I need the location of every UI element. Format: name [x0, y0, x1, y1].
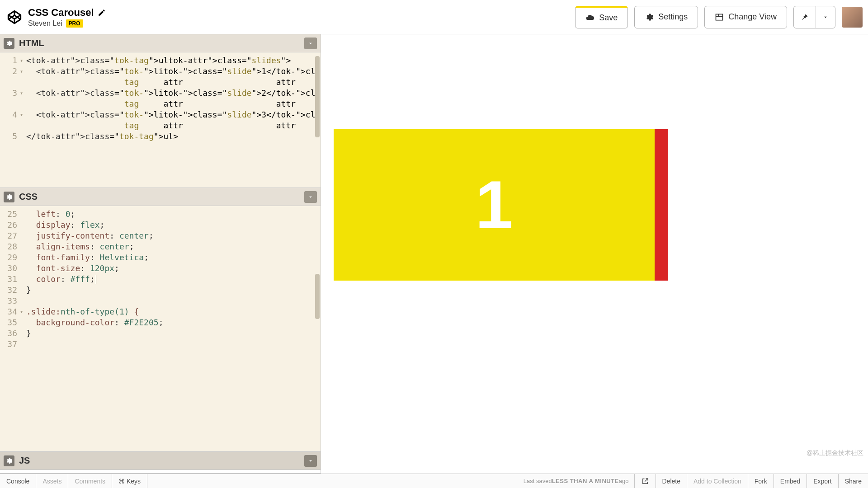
- chevron-down-icon: [307, 194, 314, 200]
- svg-rect-3: [716, 14, 723, 20]
- html-panel-header: HTML: [0, 34, 321, 52]
- save-status: Last saved LESS THAN A MINUTE ago: [147, 474, 634, 488]
- change-view-label: Change View: [728, 12, 777, 22]
- watermark: @稀土掘金技术社区: [807, 449, 863, 457]
- html-collapse-button[interactable]: [304, 38, 317, 49]
- console-tab[interactable]: Console: [0, 474, 36, 488]
- embed-button[interactable]: Embed: [774, 474, 807, 488]
- js-panel: JS: [0, 452, 321, 474]
- open-new-button[interactable]: [634, 474, 656, 488]
- pin-dropdown[interactable]: [816, 6, 835, 28]
- save-button[interactable]: Save: [575, 6, 628, 28]
- footer-bar: Console Assets Comments ⌘ Keys Last save…: [0, 474, 868, 488]
- html-panel-title: HTML: [19, 38, 44, 48]
- css-settings-button[interactable]: [4, 192, 14, 202]
- delete-button[interactable]: Delete: [656, 474, 687, 488]
- css-collapse-button[interactable]: [304, 191, 317, 203]
- chevron-down-icon: [822, 14, 829, 20]
- main-split: HTML 1▾<tok-attr">class="tok-tag">ul tok…: [0, 34, 868, 474]
- chevron-down-icon: [307, 40, 314, 47]
- settings-label: Settings: [658, 12, 688, 22]
- layout-icon: [715, 13, 724, 22]
- css-panel-header: CSS: [0, 188, 321, 206]
- pin-icon: [800, 13, 809, 22]
- js-collapse-button[interactable]: [304, 455, 317, 467]
- html-settings-button[interactable]: [4, 38, 14, 49]
- css-panel: CSS 25 left: 0;26 display: flex;27 justi…: [0, 188, 321, 452]
- keys-tab[interactable]: ⌘ Keys: [112, 474, 147, 488]
- pro-badge: PRO: [66, 19, 83, 28]
- html-panel: HTML 1▾<tok-attr">class="tok-tag">ul tok…: [0, 34, 321, 188]
- assets-tab[interactable]: Assets: [36, 474, 68, 488]
- css-code-editor[interactable]: 25 left: 0;26 display: flex;27 justify-c…: [0, 206, 321, 451]
- author-name[interactable]: Steven Lei: [28, 19, 62, 28]
- pen-title[interactable]: CSS Carousel: [28, 7, 94, 19]
- share-button[interactable]: Share: [838, 474, 868, 488]
- cloud-icon: [585, 13, 594, 22]
- user-avatar[interactable]: [842, 7, 863, 28]
- js-panel-title: JS: [19, 455, 30, 466]
- edit-icon[interactable]: [98, 9, 106, 17]
- scrollbar-thumb[interactable]: [315, 56, 320, 137]
- html-code-editor[interactable]: 1▾<tok-attr">class="tok-tag">ul tok-attr…: [0, 52, 321, 188]
- css-panel-title: CSS: [19, 192, 38, 202]
- preview-pane: 1 @稀土掘金技术社区: [321, 34, 868, 474]
- settings-button[interactable]: Settings: [634, 6, 698, 28]
- pin-button-group: [793, 6, 835, 28]
- comments-tab[interactable]: Comments: [68, 474, 112, 488]
- gear-icon: [5, 193, 13, 201]
- js-settings-button[interactable]: [4, 455, 14, 466]
- preview-slide-2-peek: [655, 129, 668, 281]
- scrollbar-thumb[interactable]: [315, 274, 320, 319]
- export-button[interactable]: Export: [807, 474, 838, 488]
- preview-slide-1: 1: [334, 129, 655, 281]
- chevron-down-icon: [307, 458, 314, 464]
- app-header: CSS Carousel Steven Lei PRO Save Setting…: [0, 0, 868, 34]
- gear-icon: [5, 457, 13, 465]
- add-collection-button[interactable]: Add to Collection: [687, 474, 748, 488]
- fork-button[interactable]: Fork: [748, 474, 774, 488]
- gear-icon: [645, 13, 654, 22]
- title-block: CSS Carousel Steven Lei PRO: [28, 7, 106, 28]
- external-icon: [641, 477, 649, 485]
- change-view-button[interactable]: Change View: [704, 6, 787, 28]
- save-label: Save: [599, 13, 618, 23]
- pin-button[interactable]: [794, 6, 816, 28]
- codepen-logo[interactable]: [5, 8, 24, 26]
- editor-column: HTML 1▾<tok-attr">class="tok-tag">ul tok…: [0, 34, 321, 474]
- js-panel-header: JS: [0, 452, 321, 470]
- preview-slide-text: 1: [475, 166, 513, 244]
- gear-icon: [5, 40, 13, 47]
